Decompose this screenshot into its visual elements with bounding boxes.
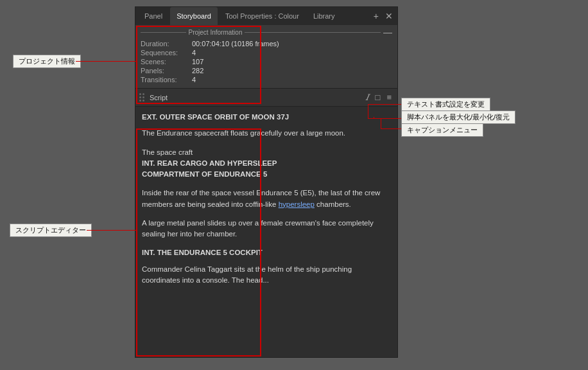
tab-panel[interactable]: Panel <box>138 7 169 25</box>
project-info-label: Project Information <box>189 29 243 36</box>
collapse-button[interactable]: — <box>383 28 392 37</box>
script-label: Script <box>150 94 361 101</box>
tab-actions: + ✕ <box>372 11 395 21</box>
project-info-header: Project Information — <box>141 28 392 37</box>
panels-label: Panels: <box>141 67 192 75</box>
main-panel: Panel Storyboard Tool Properties : Colou… <box>135 6 398 358</box>
text-format-icon[interactable]: 𝐼 <box>363 91 370 104</box>
duration-label: Duration: <box>141 40 192 48</box>
panels-row: Panels: 282 <box>141 66 392 75</box>
header-line-right <box>245 32 381 33</box>
add-tab-button[interactable]: + <box>372 11 381 21</box>
drag-handle[interactable] <box>139 93 144 101</box>
tab-storyboard[interactable]: Storyboard <box>170 7 218 25</box>
maximize-annotation-label: 脚本パネルを最大化/最小化/復元 <box>401 110 515 124</box>
header-line-left <box>141 32 186 33</box>
duration-row: Duration: 00:07:04:10 (10186 frames) <box>141 39 392 48</box>
script-editor-annotation-label: スクリプトエディター <box>10 224 92 237</box>
transitions-value: 4 <box>192 76 196 84</box>
sequences-row: Sequences: 4 <box>141 48 392 57</box>
annotation-line-script-editor <box>87 230 136 231</box>
script-para-4: A large metal panel slides up over a fem… <box>142 218 391 240</box>
scene-heading-2: INT. THE ENDURANCE 5 COCKPIT <box>142 247 391 258</box>
panels-value: 282 <box>192 67 203 75</box>
scenes-row: Scenes: 107 <box>141 57 392 66</box>
transitions-label: Transitions: <box>141 76 192 84</box>
script-para-5: Commander Celina Taggart sits at the hel… <box>142 264 391 286</box>
script-para-1: The Endurance spacecraft floats graceful… <box>142 128 391 139</box>
sequences-value: 4 <box>192 49 196 57</box>
close-tab-button[interactable]: ✕ <box>383 11 395 21</box>
caption-menu-icon[interactable]: ≡ <box>385 91 393 103</box>
sequences-label: Sequences: <box>141 49 192 57</box>
scene-heading-1: EXT. OUTER SPACE ORBIT OF MOON 37J <box>142 112 391 123</box>
transitions-row: Transitions: 4 <box>141 75 392 84</box>
script-section: Script 𝐼 □ ≡ EXT. OUTER SPACE ORBIT OF M… <box>135 89 397 357</box>
tab-tool-properties[interactable]: Tool Properties : Colour <box>219 7 306 25</box>
text-format-annotation-label: テキスト書式設定を変更 <box>401 98 490 111</box>
tab-library[interactable]: Library <box>307 7 342 25</box>
script-para-2: The space craftINT. REAR CARGO AND HYPER… <box>142 147 391 181</box>
script-para-3: Inside the rear of the space vessel Endu… <box>142 188 391 210</box>
scenes-value: 107 <box>192 58 203 66</box>
script-toolbar: Script 𝐼 □ ≡ <box>135 89 397 107</box>
annotation-line-project-info <box>76 61 136 62</box>
project-info-annotation-label: プロジェクト情報 <box>13 55 81 68</box>
maximize-icon[interactable]: □ <box>374 91 383 103</box>
duration-value: 00:07:04:10 (10186 frames) <box>192 40 279 48</box>
hypersleep-link[interactable]: hypersleep <box>279 200 315 208</box>
tab-bar: Panel Storyboard Tool Properties : Colou… <box>135 7 397 25</box>
project-info-panel: Project Information — Duration: 00:07:04… <box>135 25 397 89</box>
script-editor[interactable]: EXT. OUTER SPACE ORBIT OF MOON 37J The E… <box>135 107 397 357</box>
caption-annotation-label: キャプションメニュー <box>401 123 483 137</box>
scenes-label: Scenes: <box>141 58 192 66</box>
